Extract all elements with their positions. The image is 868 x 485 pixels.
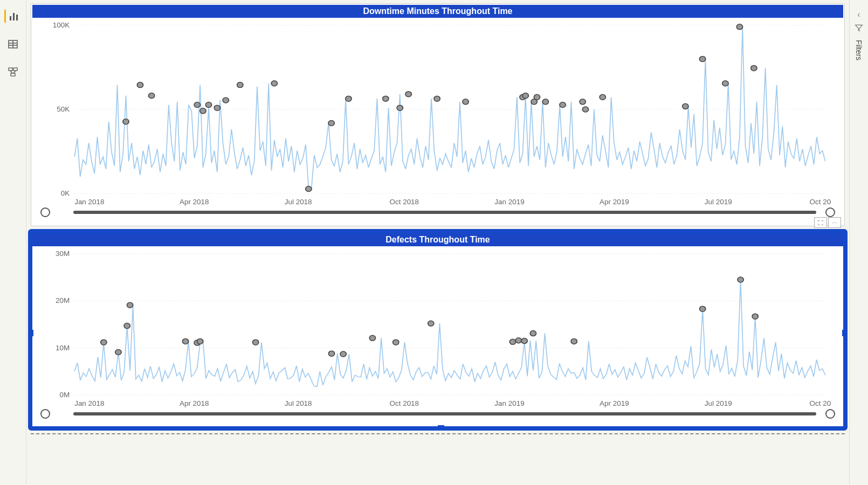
- resize-handle-left[interactable]: [29, 330, 33, 336]
- svg-text:Jan 2019: Jan 2019: [494, 198, 524, 206]
- svg-point-56: [751, 65, 757, 71]
- svg-line-11: [13, 71, 16, 73]
- svg-point-48: [542, 99, 548, 105]
- svg-point-83: [340, 351, 346, 357]
- nav-chart-view[interactable]: [4, 10, 20, 23]
- svg-text:Jan 2018: Jan 2018: [74, 400, 104, 407]
- chart-area-defects: 0M10M20M30MJan 2018Apr 2018Jul 2018Oct 2…: [44, 248, 831, 410]
- visual-title-downtime: Downtime Minutes Throughout Time: [32, 5, 843, 18]
- svg-point-85: [393, 340, 399, 345]
- svg-rect-7: [9, 68, 12, 71]
- svg-text:Oct 2019: Oct 2019: [810, 198, 831, 206]
- svg-point-32: [214, 105, 220, 110]
- visual-header-buttons: ⛶ ⋯: [814, 217, 841, 228]
- svg-text:Jul 2018: Jul 2018: [285, 400, 312, 407]
- svg-point-45: [522, 93, 528, 98]
- visual-defects[interactable]: Defects Throughout Time 0M10M20M30MJan 2…: [31, 232, 845, 428]
- svg-point-26: [123, 119, 129, 124]
- svg-point-47: [534, 94, 540, 100]
- svg-text:Apr 2019: Apr 2019: [600, 198, 629, 206]
- svg-point-75: [115, 350, 121, 355]
- svg-rect-8: [13, 68, 17, 71]
- svg-point-94: [752, 314, 758, 319]
- nav-model-view[interactable]: [6, 66, 19, 79]
- svg-point-36: [306, 186, 312, 191]
- filters-pane-collapsed[interactable]: ‹ Filters: [849, 0, 868, 485]
- chart-svg-defects: 0M10M20M30MJan 2018Apr 2018Jul 2018Oct 2…: [44, 248, 831, 410]
- chart-svg-downtime: 0K50K100KJan 2018Apr 2018Jul 2018Oct 201…: [44, 20, 831, 209]
- svg-point-88: [515, 338, 521, 343]
- time-slider-downtime[interactable]: [44, 211, 831, 223]
- svg-text:Oct 2019: Oct 2019: [810, 400, 831, 407]
- chevron-left-icon: ‹: [857, 10, 860, 19]
- visual-title-defects: Defects Throughout Time: [32, 233, 843, 246]
- svg-text:Apr 2019: Apr 2019: [600, 400, 629, 407]
- svg-point-28: [149, 93, 155, 98]
- svg-text:20M: 20M: [56, 297, 70, 304]
- time-slider-defects[interactable]: [44, 412, 831, 424]
- slider-handle-end[interactable]: [825, 207, 835, 217]
- svg-text:Oct 2018: Oct 2018: [389, 198, 419, 206]
- filter-icon: [855, 24, 863, 32]
- svg-point-31: [205, 102, 211, 107]
- resize-handle-bottom[interactable]: [438, 425, 444, 429]
- svg-text:0K: 0K: [61, 190, 70, 197]
- svg-point-89: [521, 338, 527, 344]
- svg-text:Jan 2019: Jan 2019: [494, 400, 524, 407]
- svg-point-74: [101, 340, 107, 345]
- bar-chart-icon: [9, 11, 19, 22]
- svg-text:50K: 50K: [57, 106, 70, 113]
- svg-point-86: [428, 321, 434, 326]
- focus-mode-icon[interactable]: ⛶: [814, 217, 827, 228]
- nav-table-view[interactable]: [6, 38, 19, 51]
- svg-text:Apr 2018: Apr 2018: [180, 198, 209, 206]
- svg-point-38: [346, 96, 352, 101]
- svg-text:10M: 10M: [56, 344, 70, 351]
- svg-point-49: [560, 102, 566, 107]
- svg-point-53: [683, 103, 688, 109]
- svg-point-43: [463, 99, 469, 105]
- svg-point-39: [383, 96, 389, 101]
- svg-text:Jan 2018: Jan 2018: [74, 198, 104, 206]
- svg-point-34: [237, 82, 243, 88]
- svg-point-80: [197, 338, 203, 344]
- svg-point-29: [194, 102, 200, 107]
- svg-point-35: [271, 81, 277, 86]
- report-canvas: Downtime Minutes Throughout Time 0K50K10…: [26, 0, 849, 485]
- svg-point-90: [530, 331, 536, 336]
- svg-point-76: [124, 323, 130, 329]
- svg-text:30M: 30M: [56, 250, 70, 258]
- svg-text:100K: 100K: [53, 22, 70, 29]
- svg-point-54: [699, 56, 705, 61]
- svg-point-92: [700, 306, 706, 311]
- visual-downtime[interactable]: Downtime Minutes Throughout Time 0K50K10…: [31, 3, 845, 226]
- chart-area-downtime: 0K50K100KJan 2018Apr 2018Jul 2018Oct 201…: [44, 20, 831, 209]
- slider-handle-start[interactable]: [40, 409, 50, 419]
- svg-line-10: [10, 71, 12, 73]
- svg-rect-1: [13, 13, 15, 20]
- svg-point-93: [738, 277, 743, 282]
- svg-point-37: [328, 121, 334, 126]
- svg-point-27: [137, 82, 143, 88]
- slider-handle-end[interactable]: [825, 409, 835, 419]
- svg-point-57: [736, 24, 742, 30]
- svg-point-42: [434, 96, 440, 101]
- svg-rect-0: [10, 16, 11, 20]
- resize-handle-right[interactable]: [842, 330, 846, 336]
- svg-point-55: [722, 81, 728, 86]
- svg-point-81: [253, 340, 259, 345]
- svg-text:Jul 2019: Jul 2019: [705, 400, 732, 407]
- svg-point-41: [405, 92, 411, 97]
- svg-point-52: [600, 94, 605, 100]
- svg-point-78: [182, 338, 188, 344]
- svg-point-77: [127, 302, 133, 308]
- svg-point-50: [580, 99, 585, 105]
- app-root: Downtime Minutes Throughout Time 0K50K10…: [0, 0, 868, 485]
- more-options-icon[interactable]: ⋯: [828, 217, 841, 228]
- slider-handle-start[interactable]: [40, 207, 50, 217]
- svg-point-51: [582, 107, 588, 112]
- svg-text:Jul 2019: Jul 2019: [705, 198, 732, 206]
- svg-text:Oct 2018: Oct 2018: [389, 400, 419, 407]
- svg-point-30: [200, 108, 206, 114]
- svg-point-84: [369, 335, 375, 341]
